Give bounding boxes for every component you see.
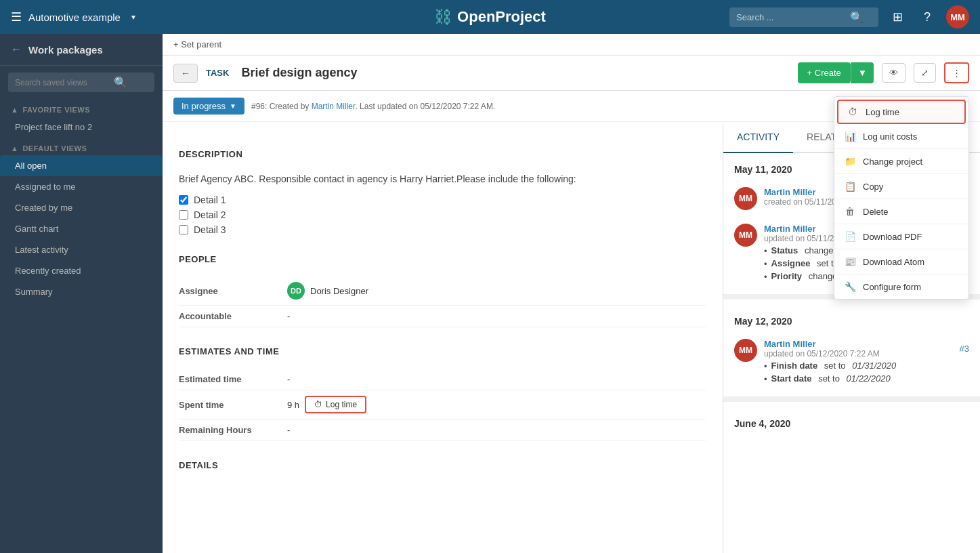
sidebar-search-icon: 🔍 [114,76,127,89]
project-dropdown-arrow[interactable]: ▼ [130,14,137,21]
task-meta: #96: Created by Martin Miller. Last upda… [251,102,495,111]
change-project-icon: 📁 [844,156,856,167]
tab-activity[interactable]: ACTIVITY [723,122,793,153]
activity-avatar-3: MM [734,339,757,362]
activity-date-may12: May 12, 2020 [723,305,980,332]
estimates-title: ESTIMATES AND TIME [179,346,706,361]
dropdown-delete[interactable]: 🗑 Delete [834,199,968,224]
task-type-label: TASK [206,68,229,78]
dropdown-log-time[interactable]: ⏱ Log time [837,100,966,124]
dropdown-log-unit-costs[interactable]: 📊 Log unit costs [834,124,968,149]
author-link[interactable]: Martin Miller [312,102,356,111]
checklist-item-1: Detail 1 [179,194,706,205]
remaining-label: Remaining Hours [179,425,287,435]
create-button[interactable]: + Create [798,62,851,83]
spent-label: Spent time [179,400,287,410]
sidebar-item-recently-created[interactable]: Recently created [0,260,163,281]
default-views-section[interactable]: ▲ DEFAULT VIEWS [0,138,163,155]
create-button-group: + Create ▼ [798,62,874,83]
favorite-views-section[interactable]: ▲ FAVORITE VIEWS [0,99,163,117]
activity-number-3: #3 [960,344,969,354]
dropdown-download-atom[interactable]: 📰 Download Atom [834,249,968,274]
dropdown-download-pdf[interactable]: 📄 Download PDF [834,224,968,249]
delete-icon: 🗑 [844,206,856,217]
assignee-row: Assignee DD Doris Designer [179,276,706,306]
divider-2 [723,396,980,402]
collapse-icon-default: ▲ [11,144,18,152]
dropdown-configure-form[interactable]: 🔧 Configure form [834,274,968,299]
status-badge[interactable]: In progress ▼ [173,98,244,115]
favorite-section-label: FAVORITE VIEWS [22,106,90,114]
log-time-inline-button[interactable]: ⏱ Log time [305,396,366,413]
task-header: ← TASK Brief design agency + Create ▼ 👁 … [163,56,980,91]
grid-icon[interactable]: ⊞ [887,6,908,28]
main-content: + Set parent ← TASK Brief design agency … [163,34,980,553]
back-button[interactable]: ← [173,64,198,83]
accountable-value: - [287,311,290,321]
global-search[interactable]: 🔍 [729,7,878,27]
accountable-row: Accountable - [179,306,706,327]
assignee-avatar: DD [287,282,305,300]
sidebar-item-assigned-to-me[interactable]: Assigned to me [0,176,163,197]
details-title: DETAILS [179,460,706,474]
sidebar-item-project-face[interactable]: Project face lift no 2 [0,117,163,138]
more-button-container: ⋮ ⏱ Log time 📊 Log unit costs 📁 Change p… [944,62,969,83]
dropdown-copy[interactable]: 📋 Copy [834,174,968,199]
status-arrow-icon: ▼ [230,102,236,110]
set-parent-button[interactable]: + Set parent [173,39,221,49]
log-time-inline-icon: ⏱ [314,400,322,409]
search-icon: 🔍 [850,11,864,24]
log-time-icon: ⏱ [847,106,859,117]
sidebar-item-gantt-chart[interactable]: Gantt chart [0,218,163,239]
more-options-dropdown: ⏱ Log time 📊 Log unit costs 📁 Change pro… [834,96,969,300]
people-section: PEOPLE Assignee DD Doris Designer Accoun… [179,254,706,327]
sidebar: ← Work packages 🔍 ▲ FAVORITE VIEWS Proje… [0,34,163,553]
search-input[interactable] [736,12,845,22]
checklist-item-3: Detail 3 [179,224,706,235]
checklist-checkbox-2[interactable] [179,210,188,220]
accountable-label: Accountable [179,311,287,321]
estimates-section: ESTIMATES AND TIME Estimated time - Spen… [179,346,706,441]
sidebar-item-latest-activity[interactable]: Latest activity [0,239,163,260]
app-title: OpenProject [457,8,546,26]
logo-icon: ⛓ [434,7,452,28]
sidebar-title: Work packages [28,44,103,56]
people-title: PEOPLE [179,254,706,268]
help-icon[interactable]: ? [916,6,938,28]
description-section: DESCRIPTION Brief Agency ABC. Responsibl… [179,149,706,235]
description-text[interactable]: Brief Agency ABC. Responsible contact in… [179,171,706,186]
sidebar-search-box[interactable]: 🔍 [8,73,154,92]
left-pane: DESCRIPTION Brief Agency ABC. Responsibl… [163,122,723,553]
default-section-label: DEFAULT VIEWS [22,144,87,152]
project-name[interactable]: Automotive example [28,12,121,23]
activity-time-3: updated on 05/12/2020 7:22 AM [764,349,880,359]
more-options-button[interactable]: ⋮ [944,62,969,83]
activity-author-3[interactable]: Martin Miller [764,339,880,349]
configure-icon: 🔧 [844,281,856,292]
task-title[interactable]: Brief design agency [241,66,789,80]
estimated-label: Estimated time [179,374,287,384]
sidebar-item-summary[interactable]: Summary [0,281,163,302]
activity-detail-finish: Finish date set to 01/31/2020 [764,361,969,371]
pdf-icon: 📄 [844,231,856,242]
spent-value: 9 h ⏱ Log time [287,396,366,413]
create-button-dropdown[interactable]: ▼ [851,62,874,83]
checklist-checkbox-1[interactable] [179,195,188,205]
estimated-value: - [287,374,290,384]
dropdown-change-project[interactable]: 📁 Change project [834,149,968,174]
remaining-hours-row: Remaining Hours - [179,419,706,441]
content-topbar: + Set parent [163,34,980,56]
hamburger-menu[interactable]: ☰ [11,9,22,24]
sidebar-search-input[interactable] [15,78,110,87]
watch-button[interactable]: 👁 [882,63,906,83]
top-navigation: ☰ Automotive example ▼ ⛓ OpenProject 🔍 ⊞… [0,0,980,34]
user-avatar[interactable]: MM [946,5,969,28]
fullscreen-button[interactable]: ⤢ [914,63,936,83]
estimated-time-row: Estimated time - [179,369,706,390]
sidebar-item-created-by-me[interactable]: Created by me [0,197,163,218]
sidebar-item-all-open[interactable]: All open [0,155,163,176]
back-icon[interactable]: ← [11,43,22,56]
checklist-checkbox-3[interactable] [179,225,188,234]
activity-avatar-1: MM [734,187,757,210]
checklist-item-2: Detail 2 [179,209,706,220]
